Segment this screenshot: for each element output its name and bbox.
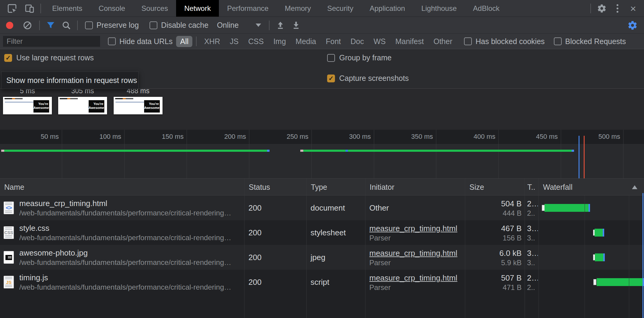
frame-thumbnail[interactable]: You'reAwesome! bbox=[114, 97, 163, 114]
resource-type-pill-doc[interactable]: Doc bbox=[346, 36, 368, 47]
use-large-request-rows-checkbox[interactable]: ✓ bbox=[4, 54, 12, 62]
column-header-size[interactable]: Size bbox=[465, 179, 525, 196]
file-icon-document: <> bbox=[4, 202, 14, 214]
css-glyph: CSS bbox=[5, 230, 13, 235]
resource-type-pill-js[interactable]: JS bbox=[226, 36, 242, 47]
sort-ascending-icon bbox=[632, 185, 637, 189]
time-cell: 2…2.. bbox=[525, 270, 538, 294]
toggle-device-toolbar-icon[interactable] bbox=[22, 2, 37, 15]
overview-bar-waiting-cap bbox=[1, 150, 4, 152]
divider bbox=[196, 37, 197, 46]
import-har-icon[interactable] bbox=[273, 19, 288, 32]
hide-data-urls-checkbox[interactable] bbox=[108, 37, 116, 45]
filter-funnel-icon[interactable] bbox=[43, 19, 58, 32]
resource-type-pill-ws[interactable]: WS bbox=[370, 36, 390, 47]
has-blocked-cookies-checkbox[interactable] bbox=[464, 37, 472, 45]
resource-type-pill-img[interactable]: Img bbox=[270, 36, 290, 47]
initiator-link[interactable]: measure_crp_timing.html bbox=[369, 223, 465, 234]
search-icon[interactable] bbox=[58, 19, 74, 32]
request-path: /web-fundamentals/fundamentals/performan… bbox=[19, 283, 231, 292]
request-name[interactable]: awesome-photo.jpg bbox=[19, 248, 231, 258]
capture-screenshots-checkbox[interactable]: ✓ bbox=[327, 75, 335, 82]
waterfall-bar[interactable] bbox=[545, 204, 589, 212]
waterfall-cell bbox=[538, 196, 644, 220]
tab-lighthouse[interactable]: Lighthouse bbox=[413, 0, 465, 17]
column-header-type[interactable]: Type bbox=[306, 179, 365, 196]
request-name[interactable]: timing.js bbox=[19, 272, 231, 283]
overview-bar-blue-tip bbox=[572, 150, 574, 152]
column-header-waterfall[interactable]: Waterfall bbox=[538, 179, 644, 196]
filter-input[interactable] bbox=[3, 36, 100, 47]
has-blocked-cookies-label: Has blocked cookies bbox=[475, 37, 545, 46]
tab-sources[interactable]: Sources bbox=[133, 0, 176, 17]
blocked-requests-label: Blocked Requests bbox=[565, 37, 626, 46]
settings-gear-icon[interactable] bbox=[594, 2, 610, 15]
thumbnail-title-line bbox=[60, 98, 78, 99]
resource-type-pill-css[interactable]: CSS bbox=[244, 36, 267, 47]
tab-application[interactable]: Application bbox=[361, 0, 413, 17]
column-header-initiator[interactable]: Initiator bbox=[365, 179, 465, 196]
inspect-element-icon[interactable] bbox=[4, 2, 20, 15]
request-name[interactable]: style.css bbox=[19, 223, 231, 233]
table-row[interactable]: awesome-photo.jpg /web-fundamentals/fund… bbox=[0, 245, 644, 270]
kebab-menu-icon[interactable] bbox=[610, 2, 625, 15]
name-cell[interactable]: JS timing.js /web-fundamentals/fundament… bbox=[0, 270, 244, 294]
timeline-gridline bbox=[62, 130, 62, 179]
devtools-network-panel: ElementsConsoleSourcesNetworkPerformance… bbox=[0, 0, 644, 318]
table-row[interactable]: JS timing.js /web-fundamentals/fundament… bbox=[0, 270, 644, 294]
tab-network[interactable]: Network bbox=[176, 0, 219, 17]
waterfall-bar[interactable] bbox=[595, 253, 603, 261]
tab-performance[interactable]: Performance bbox=[219, 0, 276, 17]
tab-memory[interactable]: Memory bbox=[277, 0, 319, 17]
thumbnail-title-line bbox=[5, 98, 23, 99]
time-value: 2… bbox=[527, 199, 538, 209]
resource-type-pill-font[interactable]: Font bbox=[322, 36, 345, 47]
initiator-cell: measure_crp_timing.html Parser bbox=[365, 245, 465, 270]
time-value: 2… bbox=[527, 273, 538, 283]
clear-button[interactable] bbox=[24, 21, 31, 29]
initiator-link[interactable]: measure_crp_timing.html bbox=[369, 248, 465, 258]
tab-console[interactable]: Console bbox=[90, 0, 133, 17]
initiator-cell: measure_crp_timing.html Parser bbox=[365, 270, 465, 294]
name-cell[interactable]: awesome-photo.jpg /web-fundamentals/fund… bbox=[0, 245, 244, 270]
throttling-select[interactable]: Online bbox=[217, 21, 261, 30]
status-code: 200 bbox=[248, 252, 261, 262]
initiator-link[interactable]: measure_crp_timing.html bbox=[369, 273, 465, 283]
table-row[interactable]: <> measure_crp_timing.html /web-fundamen… bbox=[0, 196, 644, 220]
resource-type-pill-media[interactable]: Media bbox=[292, 36, 320, 47]
resource-type-pill-xhr[interactable]: XHR bbox=[200, 36, 224, 47]
waterfall-bar[interactable] bbox=[597, 278, 642, 286]
tab-security[interactable]: Security bbox=[319, 0, 361, 17]
blocked-requests-checkbox[interactable] bbox=[554, 37, 562, 45]
network-conditions-gear-icon[interactable] bbox=[625, 19, 640, 32]
disable-cache-checkbox[interactable] bbox=[150, 21, 157, 29]
name-cell[interactable]: <> measure_crp_timing.html /web-fundamen… bbox=[0, 196, 244, 220]
resource-type-pill-other[interactable]: Other bbox=[430, 36, 456, 47]
export-har-icon[interactable] bbox=[288, 19, 304, 32]
frame-thumbnail[interactable]: You'reAwesome! bbox=[58, 97, 107, 114]
resource-type-pill-all[interactable]: All bbox=[176, 36, 192, 47]
column-border bbox=[365, 179, 365, 318]
column-border bbox=[465, 179, 465, 318]
waterfall-bar[interactable] bbox=[595, 229, 603, 237]
network-overview[interactable]: 50 ms100 ms150 ms200 ms250 ms300 ms350 m… bbox=[0, 130, 644, 179]
request-name[interactable]: measure_crp_timing.html bbox=[19, 198, 231, 208]
group-by-frame-checkbox[interactable] bbox=[327, 54, 335, 62]
waterfall-cell bbox=[538, 220, 644, 245]
tab-elements[interactable]: Elements bbox=[44, 0, 90, 17]
close-icon[interactable]: × bbox=[625, 2, 641, 15]
timeline-gridline bbox=[623, 130, 623, 179]
name-cell[interactable]: CSS style.css /web-fundamentals/fundamen… bbox=[0, 220, 244, 245]
resource-type-pill-manifest[interactable]: Manifest bbox=[391, 36, 428, 47]
column-header-status[interactable]: Status bbox=[244, 179, 306, 196]
table-row[interactable]: CSS style.css /web-fundamentals/fundamen… bbox=[0, 220, 644, 245]
time-sub-value: 3.. bbox=[527, 234, 538, 243]
record-button[interactable] bbox=[6, 22, 13, 29]
preserve-log-checkbox[interactable] bbox=[85, 21, 93, 29]
waterfall-connect-stub bbox=[593, 279, 596, 285]
timeline-tick-label: 450 ms bbox=[513, 133, 558, 141]
tab-adblock[interactable]: AdBlock bbox=[465, 0, 508, 17]
frame-thumbnail[interactable]: You'reAwesome! bbox=[3, 97, 52, 114]
column-header-time[interactable]: T.. bbox=[525, 179, 538, 196]
column-header-name[interactable]: Name bbox=[0, 179, 244, 196]
